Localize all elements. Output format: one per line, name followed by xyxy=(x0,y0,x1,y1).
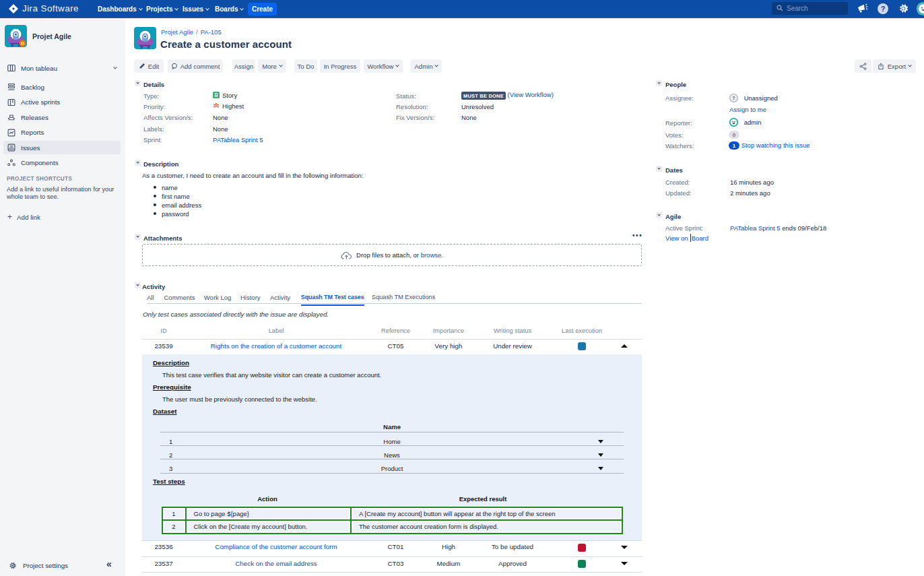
svg-text:?: ? xyxy=(732,96,735,101)
